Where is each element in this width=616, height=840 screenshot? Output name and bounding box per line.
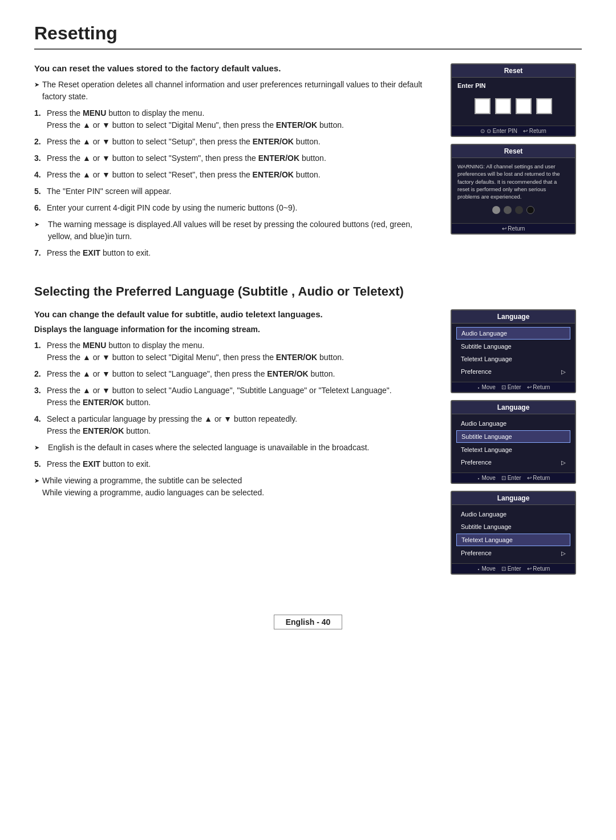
lang-displays: Displays the language information for th… bbox=[34, 325, 433, 334]
resetting-step2: 2. Press the ▲ or ▼ button to select "Se… bbox=[34, 136, 433, 148]
tv-screen-enter-pin: Reset Enter PIN ⊙ ⊙ Enter PIN ↩ Return bbox=[451, 63, 576, 137]
lang-intro: You can change the default value for sub… bbox=[34, 309, 433, 319]
lang-step4: 4. Select a particular language by press… bbox=[34, 413, 433, 437]
lang-tv1-item-subtitle: Subtitle Language bbox=[456, 341, 570, 352]
pin-box-row bbox=[457, 98, 569, 114]
lang-step5: 5. Press the EXIT button to exit. bbox=[34, 458, 433, 470]
resetting-steps: The Reset operation deletes all channel … bbox=[34, 79, 433, 259]
language-left: You can change the default value for sub… bbox=[34, 309, 433, 503]
language-steps: 1. Press the MENU button to display the … bbox=[34, 340, 433, 499]
pin-box-3 bbox=[516, 98, 532, 114]
tv1-body: Enter PIN bbox=[452, 78, 575, 126]
lang-tv1-title: Language bbox=[452, 310, 575, 324]
color-dots-row bbox=[457, 206, 569, 214]
lang-tv3-preference-arrow: ▷ bbox=[561, 550, 566, 556]
lang-step3: 3. Press the ▲ or ▼ button to select "Au… bbox=[34, 385, 433, 409]
resetting-tv-screens: Reset Enter PIN ⊙ ⊙ Enter PIN ↩ Return R… bbox=[451, 63, 582, 235]
lang-tv1-footer: ⬩ Move ⊡ Enter ↩ Return bbox=[452, 382, 575, 392]
tv2-warning-text: WARNING: All channel settings and user p… bbox=[457, 163, 569, 200]
dot-red bbox=[492, 206, 500, 214]
resetting-step1: 1. Press the MENU button to display the … bbox=[34, 107, 433, 131]
resetting-step7: 7. Press the EXIT button to exit. bbox=[34, 247, 433, 259]
pin-box-1 bbox=[475, 98, 491, 114]
lang-tv2-item-preference: Preference ▷ bbox=[456, 457, 570, 468]
tv1-title: Reset bbox=[452, 64, 575, 78]
page-footer: English - 40 bbox=[274, 615, 343, 629]
lang-tv2-body: Audio Language Subtitle Language Teletex… bbox=[452, 414, 575, 472]
pin-box-4 bbox=[536, 98, 552, 114]
tv1-footer: ⊙ ⊙ Enter PIN ↩ Return bbox=[452, 126, 575, 136]
lang-tv2-item-subtitle: Subtitle Language bbox=[456, 430, 570, 443]
lang-tv3-footer: ⬩ Move ⊡ Enter ↩ Return bbox=[452, 563, 575, 574]
lang-tv3-item-teletext: Teletext Language bbox=[456, 534, 570, 546]
lang-tv2-preference-arrow: ▷ bbox=[561, 459, 566, 466]
lang-tv1-item-preference: Preference ▷ bbox=[456, 366, 570, 377]
lang-tv3: Language Audio Language Subtitle Languag… bbox=[451, 491, 576, 575]
resetting-step4: 4. Press the ▲ or ▼ button to select "Re… bbox=[34, 169, 433, 181]
lang-arrow2: While viewing a programme, the subtitle … bbox=[34, 475, 433, 499]
lang-tv1-preference-arrow: ▷ bbox=[561, 369, 566, 375]
resetting-step6: 6. Enter your current 4-digit PIN code b… bbox=[34, 202, 433, 214]
tv1-enter-pin-label: Enter PIN bbox=[457, 82, 569, 89]
dot-yellow bbox=[515, 206, 523, 214]
dot-green bbox=[504, 206, 512, 214]
tv-screen-reset-warning: Reset WARNING: All channel settings and … bbox=[451, 144, 576, 235]
lang-tv1-body: Audio Language Subtitle Language Teletex… bbox=[452, 324, 575, 382]
language-section: You can change the default value for sub… bbox=[34, 309, 582, 575]
lang-tv2-title: Language bbox=[452, 401, 575, 414]
section2-title: Selecting the Preferred Language (Subtit… bbox=[34, 284, 582, 299]
lang-tv2-footer: ⬩ Move ⊡ Enter ↩ Return bbox=[452, 472, 575, 483]
page-title: Resetting bbox=[34, 23, 582, 50]
resetting-intro: You can reset the values stored to the f… bbox=[34, 63, 433, 73]
resetting-arrow1: The warning message is displayed.All val… bbox=[34, 219, 433, 243]
lang-step2: 2. Press the ▲ or ▼ button to select "La… bbox=[34, 368, 433, 380]
resetting-left: You can reset the values stored to the f… bbox=[34, 63, 433, 264]
lang-tv3-item-audio: Audio Language bbox=[456, 508, 570, 520]
lang-arrow1: English is the default in cases where th… bbox=[34, 442, 433, 454]
lang-tv3-body: Audio Language Subtitle Language Teletex… bbox=[452, 505, 575, 563]
pin-box-2 bbox=[495, 98, 511, 114]
resetting-bullet1: The Reset operation deletes all channel … bbox=[34, 79, 433, 103]
tv2-body: WARNING: All channel settings and user p… bbox=[452, 158, 575, 223]
lang-tv2-item-audio: Audio Language bbox=[456, 418, 570, 429]
tv2-footer: ↩ Return bbox=[452, 223, 575, 233]
lang-tv2-item-teletext: Teletext Language bbox=[456, 444, 570, 455]
resetting-step5: 5. The "Enter PIN" screen will appear. bbox=[34, 185, 433, 197]
language-tv-screens: Language Audio Language Subtitle Languag… bbox=[451, 309, 582, 575]
lang-step1: 1. Press the MENU button to display the … bbox=[34, 340, 433, 364]
lang-tv3-item-subtitle: Subtitle Language bbox=[456, 521, 570, 532]
lang-tv1-item-audio: Audio Language bbox=[456, 327, 570, 340]
resetting-step3: 3. Press the ▲ or ▼ button to select "Sy… bbox=[34, 152, 433, 164]
lang-tv1: Language Audio Language Subtitle Languag… bbox=[451, 309, 576, 393]
lang-tv3-item-preference: Preference ▷ bbox=[456, 547, 570, 559]
lang-tv3-title: Language bbox=[452, 492, 575, 505]
lang-tv1-item-teletext: Teletext Language bbox=[456, 353, 570, 365]
lang-tv2: Language Audio Language Subtitle Languag… bbox=[451, 400, 576, 484]
resetting-section: You can reset the values stored to the f… bbox=[34, 63, 582, 264]
dot-blue bbox=[526, 206, 534, 214]
page-footer-wrap: English - 40 bbox=[34, 592, 582, 629]
tv2-title: Reset bbox=[452, 145, 575, 158]
